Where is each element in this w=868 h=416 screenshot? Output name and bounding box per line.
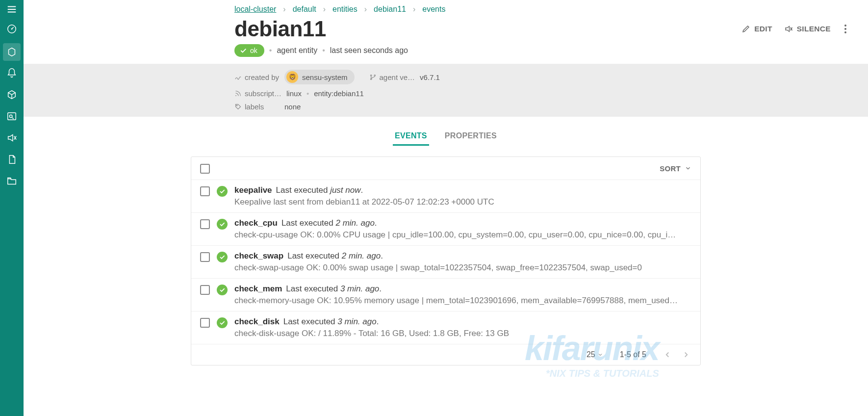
nav-silences[interactable] xyxy=(0,129,24,147)
entity-type: agent entity xyxy=(277,46,317,55)
svg-point-1 xyxy=(11,28,13,30)
event-output: check-cpu-usage OK: 0.00% CPU usage | cp… xyxy=(234,230,691,240)
nav-handlers[interactable] xyxy=(0,150,24,169)
nav-entities[interactable] xyxy=(3,43,21,61)
crumb-1[interactable]: default xyxy=(293,5,316,14)
bell-icon xyxy=(6,68,17,78)
event-name: check_cpu xyxy=(234,218,278,228)
avatar: 🦁 xyxy=(286,71,298,83)
gauge-icon xyxy=(6,24,17,34)
more-menu-button[interactable] xyxy=(842,23,848,35)
silence-button[interactable]: SILENCE xyxy=(784,25,831,33)
svg-point-5 xyxy=(370,78,372,80)
sidebar-rail xyxy=(0,0,24,416)
svg-rect-2 xyxy=(8,113,16,120)
subscription-1: entity:debian11 xyxy=(314,89,364,98)
subscriptions-label: subscript… xyxy=(234,89,281,98)
folder-icon xyxy=(6,176,17,186)
event-executed: Last executed 3 min. ago. xyxy=(283,317,379,327)
breadcrumb: local-cluster› default› entities› debian… xyxy=(24,5,868,14)
status-badge: ok xyxy=(234,44,264,57)
next-page-button[interactable] xyxy=(682,350,690,359)
status-ok-icon xyxy=(217,219,228,230)
crumb-0[interactable]: local-cluster xyxy=(234,5,276,14)
row-checkbox[interactable] xyxy=(200,186,210,196)
pagination-range: 1-5 of 5 xyxy=(620,350,646,359)
labels-value: none xyxy=(284,103,301,111)
status-ok-icon xyxy=(217,285,228,295)
signature-icon xyxy=(234,74,242,81)
nav-checks[interactable] xyxy=(0,85,24,104)
cube-icon xyxy=(6,89,17,100)
row-checkbox[interactable] xyxy=(200,219,210,229)
crumb-3[interactable]: debian11 xyxy=(374,5,406,14)
mute-icon xyxy=(784,25,793,33)
labels-label: labels xyxy=(234,103,280,111)
svg-point-8 xyxy=(236,105,237,106)
crumb-4[interactable]: events xyxy=(422,5,445,14)
event-name: check_swap xyxy=(234,251,283,261)
event-name: check_mem xyxy=(234,284,282,294)
tag-icon xyxy=(234,103,242,110)
caret-down-icon xyxy=(597,352,603,358)
event-executed: Last executed 3 min. ago. xyxy=(286,284,382,294)
hexagon-icon xyxy=(6,47,17,57)
chevron-down-icon xyxy=(685,165,691,172)
row-checkbox[interactable] xyxy=(200,285,210,295)
events-list: kifarunix *NIX TIPS & TUTORIALS SORT kee… xyxy=(191,156,701,365)
pencil-icon xyxy=(741,25,750,33)
row-checkbox[interactable] xyxy=(200,318,210,328)
page-size-select[interactable]: 25 xyxy=(587,350,603,359)
last-seen: last seen seconds ago xyxy=(330,46,408,55)
user-chip[interactable]: 🦁 sensu-system xyxy=(284,70,355,84)
check-icon xyxy=(239,47,247,54)
hamburger-icon xyxy=(6,4,17,15)
event-executed: Last executed 2 min. ago. xyxy=(287,251,383,261)
sort-button[interactable]: SORT xyxy=(660,164,691,173)
nav-events[interactable] xyxy=(0,64,24,82)
tab-events[interactable]: EVENTS xyxy=(393,128,429,146)
svg-point-6 xyxy=(374,75,376,76)
event-row[interactable]: check_swap Last executed 2 min. ago. che… xyxy=(191,246,700,279)
svg-point-4 xyxy=(370,75,372,76)
svg-point-7 xyxy=(235,95,236,96)
created-by-label: created by xyxy=(234,73,280,81)
page-title: debian11 xyxy=(234,17,326,41)
event-row[interactable]: check_disk Last executed 3 min. ago. che… xyxy=(191,312,700,344)
event-executed: Last executed 2 min. ago. xyxy=(281,218,377,228)
prev-page-button[interactable] xyxy=(663,350,672,359)
row-checkbox[interactable] xyxy=(200,252,210,262)
select-all-checkbox[interactable] xyxy=(200,164,210,174)
subscription-0: linux xyxy=(286,89,302,98)
tab-properties[interactable]: PROPERTIES xyxy=(443,128,499,146)
mute-icon xyxy=(6,132,17,143)
svg-point-3 xyxy=(9,115,12,118)
doc-icon xyxy=(6,154,17,165)
nav-filters[interactable] xyxy=(0,107,24,126)
tabs: EVENTS PROPERTIES xyxy=(393,128,499,146)
event-row[interactable]: check_mem Last executed 3 min. ago. chec… xyxy=(191,279,700,312)
event-output: check-memory-usage OK: 10.95% memory usa… xyxy=(234,296,691,306)
event-row[interactable]: keepalive Last executed just now. Keepal… xyxy=(191,180,700,213)
menu-toggle-button[interactable] xyxy=(0,2,24,17)
event-output: check-disk-usage OK: / 11.89% - Total: 1… xyxy=(234,329,691,338)
branch-icon xyxy=(369,74,377,81)
event-name: check_disk xyxy=(234,317,280,327)
edit-button[interactable]: EDIT xyxy=(741,25,772,33)
nav-dashboard[interactable] xyxy=(0,20,24,38)
search-list-icon xyxy=(6,111,17,122)
agent-version-label: agent ve… xyxy=(369,73,415,81)
event-output: check-swap-usage OK: 0.00% swap usage | … xyxy=(234,263,691,273)
event-row[interactable]: check_cpu Last executed 2 min. ago. chec… xyxy=(191,213,700,246)
agent-version: v6.7.1 xyxy=(420,73,440,81)
nav-config[interactable] xyxy=(0,172,24,190)
rss-icon xyxy=(234,90,242,97)
status-ok-icon xyxy=(217,317,228,328)
event-executed: Last executed just now. xyxy=(276,185,363,195)
status-ok-icon xyxy=(217,252,228,262)
event-output: Keepalive last sent from debian11 at 202… xyxy=(234,197,691,207)
status-ok-icon xyxy=(217,186,228,197)
event-name: keepalive xyxy=(234,185,272,195)
crumb-2[interactable]: entities xyxy=(332,5,357,14)
